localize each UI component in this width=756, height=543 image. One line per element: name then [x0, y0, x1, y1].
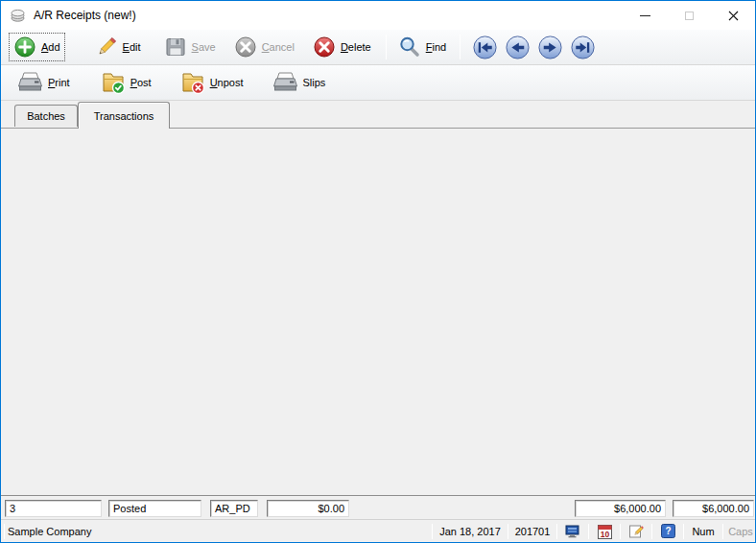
help-icon: ?: [661, 524, 675, 538]
save-button[interactable]: Save: [159, 33, 221, 61]
first-record-icon: [472, 35, 498, 60]
post-button[interactable]: Post: [96, 67, 156, 98]
tab-strip: Batches Transactions: [1, 101, 755, 128]
toolbar-separator: [386, 35, 387, 59]
coins-app-icon: [10, 8, 26, 23]
statusbar-calendar-button[interactable]: 10: [592, 524, 617, 539]
statusbar-separator: [588, 524, 589, 539]
company-name: Sample Company: [8, 526, 91, 537]
status-field: Posted: [108, 500, 201, 517]
last-record-icon: [570, 35, 596, 60]
session-date: Jan 18, 2017: [436, 526, 505, 537]
window-controls: [623, 1, 755, 30]
unpost-button[interactable]: Unpost: [176, 67, 248, 98]
total-field-1: $6,000.00: [575, 500, 666, 517]
statusbar-separator: [432, 524, 433, 539]
computer-icon: [565, 525, 580, 538]
tab-transactions[interactable]: Transactions: [78, 102, 170, 129]
statusbar-help-button[interactable]: ?: [655, 524, 680, 538]
maximize-icon: [685, 12, 694, 20]
statusbar-separator: [4, 524, 5, 539]
minimize-button[interactable]: [623, 1, 667, 30]
edit-button[interactable]: Edit: [90, 33, 146, 61]
printer-icon: [272, 71, 298, 95]
batch-type-field: AR_PD: [210, 500, 258, 517]
title-bar: A/R Receipts (new!): [1, 1, 755, 30]
print-button[interactable]: Print: [12, 68, 75, 98]
calendar-icon: 10: [598, 524, 612, 539]
find-button[interactable]: Find: [393, 33, 451, 61]
status-bar: Sample Company Jan 18, 2017 201701 10 ? …: [1, 519, 755, 542]
red-x-circle-icon: [313, 35, 336, 59]
statusbar-separator: [556, 524, 557, 539]
record-number-field: 3: [5, 500, 102, 517]
add-icon: [13, 35, 36, 59]
next-record-icon: [537, 35, 563, 60]
gray-x-circle-icon: [234, 35, 257, 59]
total-field-2: $6,000.00: [673, 500, 754, 517]
fiscal-period: 201701: [511, 526, 554, 537]
tab-batches[interactable]: Batches: [14, 105, 78, 127]
main-toolbar: Add Edit Save Cancel Delete: [1, 30, 755, 65]
close-button[interactable]: [711, 1, 755, 30]
app-window: A/R Receipts (new!) Add Edit Sa: [0, 0, 756, 543]
close-icon: [728, 11, 739, 21]
statusbar-computer-button[interactable]: [560, 525, 585, 538]
svg-text:?: ?: [665, 526, 671, 536]
post-folder-check-icon: [101, 70, 126, 95]
svg-text:10: 10: [600, 529, 609, 538]
unpost-folder-x-icon: [180, 70, 205, 95]
previous-record-icon: [505, 35, 531, 60]
amount-field: $0.00: [267, 500, 349, 517]
caps-lock-indicator: Caps: [726, 526, 755, 537]
minimize-icon: [640, 15, 650, 16]
statusbar-separator: [651, 524, 652, 539]
num-lock-indicator: Num: [687, 526, 720, 537]
previous-record-button[interactable]: [505, 35, 531, 60]
statusbar-separator: [722, 524, 723, 539]
pencil-icon: [95, 35, 118, 59]
statusbar-separator: [508, 524, 508, 539]
printer-icon: [17, 71, 43, 95]
add-button[interactable]: Add: [9, 33, 65, 61]
last-record-button[interactable]: [570, 35, 596, 60]
statusbar-separator: [620, 524, 621, 539]
floppy-disk-icon: [164, 35, 187, 59]
cancel-button[interactable]: Cancel: [229, 33, 299, 61]
magnifier-icon: [398, 35, 421, 59]
statusbar-note-button[interactable]: [624, 524, 649, 539]
maximize-button[interactable]: [667, 1, 711, 30]
transactions-panel: [1, 128, 755, 496]
next-record-button[interactable]: [537, 35, 563, 60]
delete-button[interactable]: Delete: [308, 33, 376, 61]
toolbar-separator: [460, 35, 461, 59]
note-pencil-icon: [628, 524, 644, 539]
first-record-button[interactable]: [472, 35, 498, 60]
statusbar-separator: [683, 524, 684, 539]
slips-button[interactable]: Slips: [268, 68, 331, 98]
window-title: A/R Receipts (new!): [34, 9, 136, 22]
secondary-toolbar: Print Post Unpost Slips: [1, 65, 755, 101]
